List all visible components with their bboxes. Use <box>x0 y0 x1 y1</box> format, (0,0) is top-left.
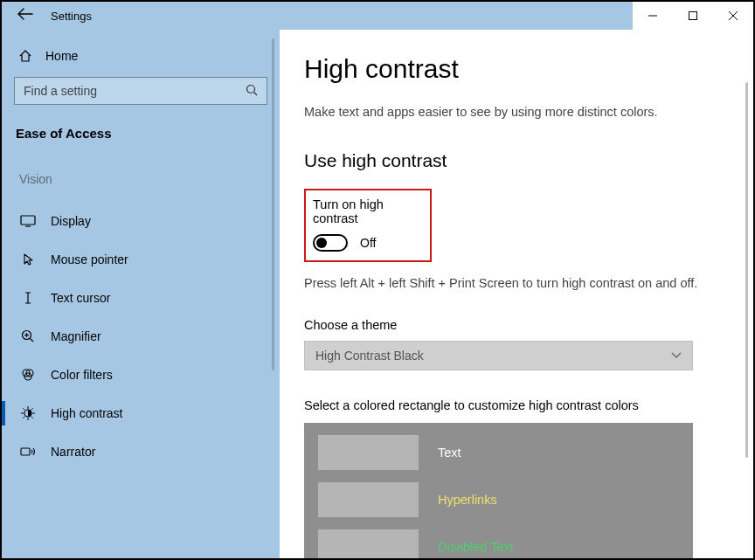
main-panel: High contrast Make text and apps easier … <box>280 30 753 558</box>
color-filters-icon <box>19 368 37 382</box>
svg-point-2 <box>247 85 255 93</box>
nav-label: High contrast <box>51 406 122 420</box>
text-cursor-icon <box>19 291 37 305</box>
nav-item-high-contrast[interactable]: High contrast <box>14 394 267 432</box>
nav-label: Text cursor <box>51 291 110 305</box>
search-input-wrap[interactable] <box>14 77 267 105</box>
swatch-label-hyperlinks: Hyperlinks <box>438 493 497 507</box>
sidebar-section-label: Vision <box>19 172 267 186</box>
swatch-text[interactable] <box>318 435 419 470</box>
svg-line-19 <box>31 417 33 418</box>
highlighted-toggle-area: Turn on high contrast Off <box>304 189 432 262</box>
sidebar: Home Ease of Access Vision Display Mouse… <box>2 30 280 558</box>
customize-label: Select a colored rectangle to customize … <box>304 398 718 412</box>
titlebar: Settings <box>2 2 753 30</box>
nav-item-color-filters[interactable]: Color filters <box>14 356 267 394</box>
search-input[interactable] <box>24 84 246 98</box>
theme-label: Choose a theme <box>304 318 718 332</box>
pointer-icon <box>19 252 37 266</box>
toggle-label: Turn on high contrast <box>313 197 421 225</box>
nav-item-magnifier[interactable]: Magnifier <box>14 317 267 356</box>
theme-dropdown[interactable]: High Contrast Black <box>304 341 693 370</box>
home-icon <box>17 49 33 63</box>
back-button[interactable] <box>17 8 33 24</box>
svg-line-20 <box>23 417 24 418</box>
page-subtitle: Make text and apps easier to see by usin… <box>304 105 718 119</box>
category-title: Ease of Access <box>14 126 267 141</box>
theme-value: High Contrast Black <box>315 349 424 363</box>
nav-label: Narrator <box>51 445 95 459</box>
nav-item-display[interactable]: Display <box>14 202 267 240</box>
svg-line-21 <box>31 408 33 410</box>
toggle-state: Off <box>360 236 376 250</box>
nav-label: Magnifier <box>51 329 101 343</box>
chevron-down-icon <box>671 349 682 362</box>
nav-label: Color filters <box>51 368 113 382</box>
display-icon <box>19 215 37 227</box>
high-contrast-icon <box>19 406 37 420</box>
minimize-button[interactable] <box>633 2 673 30</box>
svg-line-7 <box>31 339 34 342</box>
high-contrast-toggle[interactable] <box>313 234 348 252</box>
main-scrollbar[interactable] <box>745 82 748 458</box>
swatch-panel: Text Hyperlinks Disabled Text <box>304 423 693 558</box>
swatch-label-disabled: Disabled Text <box>438 540 514 554</box>
svg-rect-4 <box>21 216 35 225</box>
home-label: Home <box>45 49 78 63</box>
sidebar-scrollbar[interactable] <box>272 38 274 370</box>
nav-item-mouse-pointer[interactable]: Mouse pointer <box>14 240 267 279</box>
close-button[interactable] <box>713 2 753 30</box>
svg-line-3 <box>254 92 258 95</box>
swatch-label-text: Text <box>438 446 461 460</box>
nav-label: Mouse pointer <box>51 252 128 266</box>
swatch-hyperlinks[interactable] <box>318 482 419 517</box>
maximize-button[interactable] <box>673 2 713 30</box>
svg-rect-1 <box>689 12 697 20</box>
nav-item-text-cursor[interactable]: Text cursor <box>14 279 267 317</box>
search-icon <box>246 84 258 99</box>
nav-label: Display <box>51 214 91 228</box>
svg-rect-22 <box>21 448 30 455</box>
window-controls <box>633 2 753 30</box>
section-use-high-contrast: Use high contrast <box>304 150 718 171</box>
svg-line-18 <box>23 408 24 410</box>
window-title: Settings <box>51 10 633 23</box>
swatch-disabled-text[interactable] <box>318 529 419 558</box>
magnifier-icon <box>19 329 37 343</box>
nav-item-narrator[interactable]: Narrator <box>14 432 267 471</box>
shortcut-hint: Press left Alt + left Shift + Print Scre… <box>304 276 718 290</box>
narrator-icon <box>19 446 37 458</box>
home-button[interactable]: Home <box>14 42 267 77</box>
page-title: High contrast <box>304 54 718 84</box>
